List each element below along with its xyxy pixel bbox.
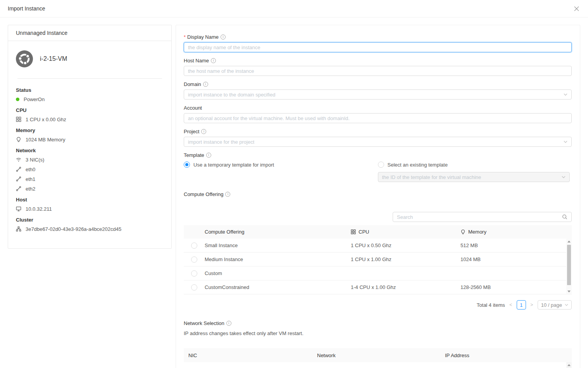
- col-ip-address: IP Address: [440, 353, 572, 358]
- memory-section: Memory 1024 MB Memory: [16, 127, 164, 143]
- info-icon: i: [206, 153, 211, 158]
- table-scrollbar[interactable]: [566, 362, 572, 368]
- offering-memory: 1024 MB: [460, 256, 572, 262]
- chevron-down-icon: [564, 93, 567, 96]
- template-select: the ID of the template for the virtual m…: [378, 172, 570, 182]
- host-value: 10.0.32.211: [26, 206, 52, 212]
- network-selection-note: IP address changes takes effect only aft…: [184, 330, 572, 336]
- row-radio[interactable]: [191, 242, 197, 249]
- offering-cpu: 1-4 CPU x 1.00 Ghz: [351, 284, 460, 290]
- cpu-grid-icon: [16, 117, 21, 122]
- search-input[interactable]: [397, 214, 562, 220]
- page-number[interactable]: 1: [517, 300, 526, 310]
- search-icon[interactable]: [562, 214, 567, 220]
- scroll-up-icon[interactable]: [566, 239, 572, 244]
- scroll-down-icon[interactable]: [566, 289, 572, 294]
- memory-bulb-icon: [16, 137, 21, 142]
- network-label: Network: [16, 148, 164, 153]
- table-row[interactable]: Custom: [184, 267, 572, 280]
- modal-header: Import Instance: [0, 0, 588, 17]
- row-radio[interactable]: [191, 270, 197, 277]
- project-select[interactable]: import instance for the project: [184, 137, 572, 147]
- compute-offering-label: Compute Offering: [184, 191, 223, 197]
- scroll-up-icon[interactable]: [566, 362, 572, 368]
- col-network: Network: [312, 353, 440, 358]
- row-radio[interactable]: [191, 284, 197, 291]
- monitor-icon: [16, 206, 21, 212]
- scroll-thumb[interactable]: [567, 245, 571, 285]
- host-section: Host 10.0.32.211: [16, 197, 164, 212]
- radio-icon[interactable]: [184, 162, 190, 168]
- nic-table-body: Network adapter 1 mac: 02:00:24:a9:00:07…: [184, 362, 572, 368]
- radio-existing-template[interactable]: Select an existing template: [378, 160, 572, 169]
- divider: [17, 78, 162, 79]
- offering-name: CustomConstrained: [205, 284, 351, 290]
- unmanaged-instance-card: Unmanaged Instance: [8, 25, 172, 249]
- offering-name: Small Instance: [205, 242, 351, 248]
- chevron-down-icon: [562, 176, 566, 178]
- offering-name: Medium Instance: [205, 256, 351, 262]
- radio-temporary-template[interactable]: Use a temporary template for import: [184, 160, 378, 169]
- nic-row: Network adapter 1 mac: 02:00:24:a9:00:07…: [184, 362, 572, 368]
- domain-label: Domain: [184, 81, 201, 87]
- page-size-select[interactable]: 10 / page: [538, 300, 572, 310]
- table-scrollbar[interactable]: [566, 239, 572, 294]
- interface-eth2: eth2: [26, 186, 35, 192]
- template-select-placeholder: the ID of the template for the virtual m…: [382, 174, 481, 180]
- chevron-down-icon: [565, 304, 568, 306]
- table-row[interactable]: CustomConstrained 1-4 CPU x 1.00 Ghz 128…: [184, 280, 572, 294]
- network-selection-label: Network Selection: [184, 320, 224, 326]
- status-section: Status PowerOn: [16, 87, 164, 102]
- modal-title: Import Instance: [8, 5, 45, 12]
- modal-body: Unmanaged Instance: [0, 17, 588, 368]
- memory-value: 1024 MB Memory: [26, 137, 66, 143]
- table-row[interactable]: Small Instance 1 CPU x 0.50 Ghz 512 MB: [184, 239, 572, 253]
- memory-label: Memory: [16, 127, 164, 133]
- interface-eth1: eth1: [26, 176, 35, 182]
- pagination: Total 4 items < 1 > 10 / page: [184, 300, 572, 310]
- project-placeholder: import instance for the project: [188, 139, 254, 145]
- close-icon[interactable]: [572, 4, 581, 13]
- nic-count: 3 NIC(s): [26, 157, 44, 163]
- col-cpu: CPU: [359, 229, 369, 235]
- left-card-title: Unmanaged Instance: [8, 25, 171, 41]
- cluster-icon: [16, 226, 21, 232]
- display-name-input[interactable]: [184, 42, 572, 52]
- domain-select[interactable]: import instance to the domain specified: [184, 89, 572, 100]
- cluster-value: 3e7dbe67-02d0-43e3-926a-a4bce202cd45: [26, 226, 121, 232]
- status-dot: [16, 98, 19, 101]
- info-icon: i: [226, 321, 231, 326]
- account-input[interactable]: [184, 113, 572, 123]
- next-page-icon[interactable]: >: [529, 302, 535, 308]
- radio-icon[interactable]: [378, 162, 384, 168]
- network-selection-section: Network Selection i IP address changes t…: [184, 320, 572, 368]
- host-name-label: Host Name: [184, 58, 209, 64]
- pagination-total: Total 4 items: [477, 302, 505, 308]
- chevron-down-icon: [564, 141, 567, 143]
- status-label: Status: [16, 87, 164, 93]
- required-asterisk: *: [184, 34, 186, 40]
- offerings-table-body: Small Instance 1 CPU x 0.50 Ghz 512 MB M…: [184, 239, 572, 294]
- offering-search[interactable]: [393, 212, 572, 222]
- cpu-grid-icon: [351, 229, 356, 234]
- network-section: Network 3 NIC(s): [16, 148, 164, 192]
- row-radio[interactable]: [191, 256, 197, 263]
- wifi-icon: [16, 157, 21, 162]
- offerings-table-header: Compute Offering CPU: [184, 225, 572, 239]
- display-name-label: Display Name: [187, 34, 219, 40]
- nic-table-header: NIC Network IP Address: [184, 348, 572, 362]
- interface-eth0: eth0: [26, 167, 35, 172]
- import-form: * Display Name i Host Name i Domain i: [176, 25, 580, 368]
- memory-bulb-icon: [460, 229, 466, 234]
- project-label: Project: [184, 129, 199, 134]
- link-icon: [16, 186, 21, 191]
- ubuntu-logo-icon: [16, 50, 33, 67]
- table-row[interactable]: Medium Instance 1 CPU x 1.00 Ghz 1024 MB: [184, 253, 572, 267]
- offering-name: Custom: [205, 270, 351, 276]
- offering-cpu: 1 CPU x 0.50 Ghz: [351, 242, 460, 248]
- link-icon: [16, 167, 21, 172]
- host-name-input[interactable]: [184, 66, 572, 76]
- radio-temporary-template-label: Use a temporary template for import: [193, 162, 274, 168]
- offering-memory: 512 MB: [460, 242, 572, 248]
- prev-page-icon[interactable]: <: [508, 302, 514, 308]
